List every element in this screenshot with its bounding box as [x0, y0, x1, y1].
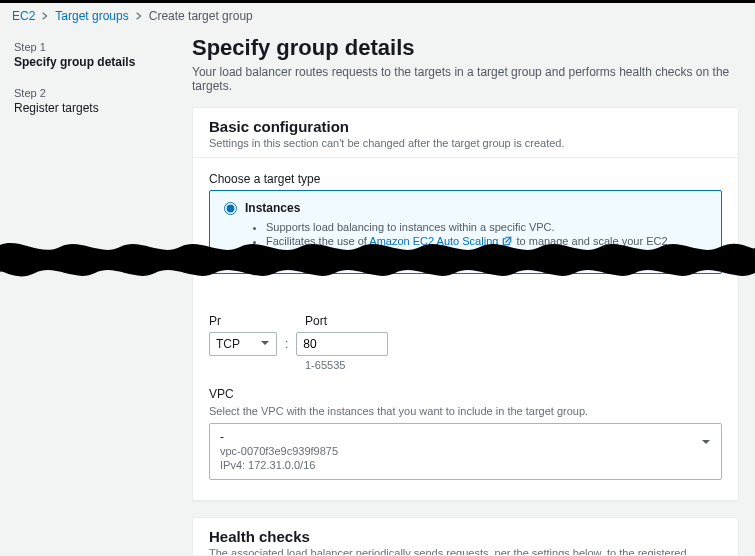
basic-configuration-panel: Basic configuration Settings in this sec… — [192, 107, 739, 501]
breadcrumb-ec2-link[interactable]: EC2 — [12, 9, 35, 23]
caret-down-icon — [260, 337, 270, 351]
instances-bullet-1: Supports load balancing to instances wit… — [266, 221, 707, 233]
page-description: Your load balancer routes requests to th… — [192, 65, 739, 93]
port-label: Port — [305, 314, 327, 328]
vpc-value-dash: - — [220, 430, 338, 444]
wizard-sidebar: Step 1 Specify group details Step 2 Regi… — [0, 29, 182, 555]
caret-down-icon — [701, 430, 711, 450]
external-link-icon — [501, 235, 513, 247]
port-hint: 1-65535 — [305, 359, 722, 371]
protocol-select[interactable]: TCP — [209, 332, 277, 356]
breadcrumb-target-groups-link[interactable]: Target groups — [55, 9, 128, 23]
step2-label: Step 2 — [14, 87, 168, 99]
health-checks-title: Health checks — [209, 528, 722, 545]
target-type-instances-card[interactable]: Instances Supports load balancing to ins… — [209, 190, 722, 274]
step2-name[interactable]: Register targets — [14, 101, 168, 115]
target-type-instances-radio[interactable] — [224, 202, 237, 215]
protocol-label-partial: Pr — [209, 314, 221, 328]
page-title: Specify group details — [192, 35, 739, 61]
health-checks-subtitle: The associated load balancer periodicall… — [209, 547, 722, 555]
basic-config-title: Basic configuration — [209, 118, 722, 135]
protocol-value: TCP — [216, 337, 240, 351]
breadcrumb: EC2 Target groups Create target group — [0, 3, 755, 29]
chevron-right-icon — [135, 11, 143, 22]
target-type-label: Choose a target type — [209, 172, 722, 186]
vpc-label: VPC — [209, 387, 722, 401]
chevron-right-icon — [41, 11, 49, 22]
protocol-port-colon: : — [285, 337, 288, 351]
port-input[interactable] — [296, 332, 388, 356]
step1-label: Step 1 — [14, 41, 168, 53]
vpc-value-cidr: IPv4: 172.31.0.0/16 — [220, 458, 338, 472]
vpc-value-id: vpc-0070f3e9c939f9875 — [220, 444, 338, 458]
health-checks-panel: Health checks The associated load balanc… — [192, 517, 739, 555]
auto-scaling-link[interactable]: Amazon EC2 Auto Scaling — [369, 235, 513, 247]
target-type-instances-title: Instances — [245, 201, 300, 215]
vpc-help: Select the VPC with the instances that y… — [209, 405, 722, 417]
basic-config-subtitle: Settings in this section can't be change… — [209, 137, 722, 149]
breadcrumb-current: Create target group — [149, 9, 253, 23]
vpc-select[interactable]: - vpc-0070f3e9c939f9875 IPv4: 172.31.0.0… — [209, 423, 722, 480]
step1-name[interactable]: Specify group details — [14, 55, 168, 69]
instances-bullet-2: Facilitates the use of Amazon EC2 Auto S… — [266, 235, 707, 259]
